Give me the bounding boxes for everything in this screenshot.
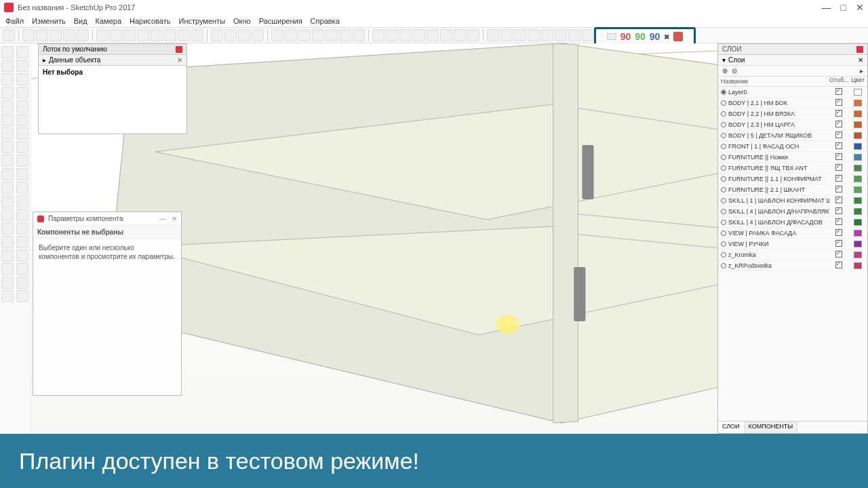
layers-section-close[interactable]: ✕ — [858, 56, 863, 64]
tool-icon[interactable] — [312, 29, 324, 41]
tool-icon[interactable] — [110, 29, 122, 41]
tool-icon[interactable] — [36, 29, 48, 41]
tool-icon[interactable] — [96, 29, 108, 41]
tool-arrow-icon[interactable] — [1, 46, 14, 58]
tool-icon[interactable] — [16, 290, 28, 302]
tool-icon[interactable] — [16, 249, 28, 262]
layer-row[interactable]: FURNITURE || Ножки — [718, 152, 867, 163]
layer-visible-checkbox[interactable] — [835, 99, 842, 106]
tool-icon[interactable] — [568, 29, 580, 41]
tool-rect-icon[interactable] — [1, 87, 14, 99]
layer-color-swatch[interactable] — [854, 121, 862, 128]
tool-icon[interactable] — [50, 29, 62, 41]
menu-view[interactable]: Вид — [74, 17, 87, 25]
layer-color-swatch[interactable] — [854, 208, 862, 215]
tool-icon[interactable] — [16, 155, 28, 167]
tool-icon[interactable] — [440, 29, 452, 41]
layer-color-swatch[interactable] — [854, 219, 862, 226]
layer-row[interactable]: BODY | 2.1 | НМ БОК — [718, 98, 867, 108]
layer-visible-checkbox[interactable] — [835, 131, 842, 138]
tool-icon[interactable] — [16, 87, 28, 99]
tab-components[interactable]: КОМПОНЕНТЫ — [745, 422, 798, 433]
tool-icon[interactable] — [137, 29, 149, 41]
layer-row[interactable]: SKILL | 1 | ШАБЛОН КОНФИРМАТ ШКАНТ — [718, 195, 867, 206]
layer-visible-checkbox[interactable] — [835, 207, 842, 214]
layer-color-swatch[interactable] — [854, 100, 862, 106]
tool-icon[interactable] — [1, 263, 14, 275]
tool-arc-icon[interactable] — [1, 114, 14, 126]
tool-icon[interactable] — [224, 29, 237, 41]
tool-icon[interactable] — [372, 29, 384, 41]
tool-icon[interactable] — [16, 100, 28, 113]
tool-icon[interactable] — [298, 29, 311, 41]
tool-circle-icon[interactable] — [1, 100, 14, 113]
layer-active-radio[interactable] — [721, 155, 726, 160]
layer-visible-checkbox[interactable] — [835, 164, 842, 171]
tool-icon[interactable] — [16, 127, 28, 140]
layer-color-swatch[interactable] — [854, 262, 862, 269]
tool-icon[interactable] — [1, 277, 14, 289]
tool-icon[interactable] — [16, 209, 28, 221]
layers-titlebar[interactable]: СЛОИ — [718, 44, 867, 55]
layer-visible-checkbox[interactable] — [835, 88, 842, 95]
component-params-panel[interactable]: Параметры компонента — ✕ Компоненты не в… — [33, 211, 182, 396]
layer-visible-checkbox[interactable] — [835, 186, 842, 192]
tool-icon[interactable] — [16, 236, 28, 248]
layer-color-swatch[interactable] — [854, 89, 862, 96]
window-maximize[interactable]: □ — [841, 2, 846, 13]
layer-row[interactable]: FURNITURE || 2.1 | ШКАНТ — [718, 184, 867, 195]
tool-icon[interactable] — [413, 29, 425, 41]
tool-icon[interactable] — [16, 277, 28, 289]
tool-icon[interactable] — [514, 29, 526, 41]
layer-active-radio[interactable] — [721, 252, 726, 258]
tool-icon[interactable] — [16, 222, 28, 235]
layer-active-radio[interactable] — [721, 263, 726, 268]
layer-active-radio[interactable] — [721, 165, 726, 171]
layer-active-radio[interactable] — [721, 111, 726, 117]
tool-icon[interactable] — [16, 168, 28, 180]
layer-row[interactable]: BODY | 5 | ДЕТАЛИ ЯЩИКОВ — [718, 130, 867, 141]
layer-color-swatch[interactable] — [854, 176, 862, 182]
tool-icon[interactable] — [77, 29, 89, 41]
layer-row[interactable]: FURNITURE || ЯЩ TBX ANT — [718, 163, 867, 174]
tool-icon[interactable] — [63, 29, 75, 41]
layer-active-radio[interactable] — [721, 220, 726, 225]
tool-icon[interactable] — [339, 29, 351, 41]
tool-icon[interactable] — [16, 114, 28, 126]
layer-visible-checkbox[interactable] — [835, 197, 842, 203]
tool-tape-icon[interactable] — [1, 182, 14, 194]
layer-active-radio[interactable] — [721, 230, 726, 236]
tray-section-close[interactable]: ✕ — [177, 56, 182, 64]
tool-icon[interactable] — [582, 29, 594, 41]
tool-icon[interactable] — [487, 29, 499, 41]
tool-line-icon[interactable] — [1, 73, 14, 85]
tool-icon[interactable] — [16, 73, 28, 85]
layer-visible-checkbox[interactable] — [835, 121, 842, 127]
menu-window[interactable]: Окно — [233, 17, 251, 25]
layer-row[interactable]: VIEW | РАМКА ФАСАДА — [718, 228, 867, 239]
plugin-tools-icon[interactable]: ✖ — [664, 33, 669, 41]
tool-icon[interactable] — [353, 29, 365, 41]
tab-layers[interactable]: СЛОИ — [718, 422, 745, 433]
panel-close[interactable]: ✕ — [172, 215, 177, 222]
layer-row[interactable]: SKILL | 4 | ШАБЛОН Д/НАПРАВЛЯЮЩИХ — [718, 206, 867, 217]
tool-icon[interactable] — [285, 29, 297, 41]
tool-icon[interactable] — [164, 29, 176, 41]
layer-visible-checkbox[interactable] — [835, 229, 842, 236]
layer-active-radio[interactable] — [721, 100, 726, 106]
plugin-cube-icon[interactable] — [673, 32, 683, 41]
tool-icon[interactable] — [454, 29, 466, 41]
layer-visible-checkbox[interactable] — [835, 218, 842, 225]
tool-icon[interactable] — [252, 29, 264, 41]
tool-icon[interactable] — [238, 29, 250, 41]
tool-rotate-icon[interactable] — [1, 155, 14, 167]
layer-visible-checkbox[interactable] — [835, 110, 842, 117]
tool-icon[interactable] — [427, 29, 439, 41]
layer-active-radio[interactable] — [721, 144, 726, 149]
layer-visible-checkbox[interactable] — [835, 251, 842, 258]
col-visible[interactable]: Отоб... — [829, 77, 848, 86]
component-titlebar[interactable]: Параметры компонента — ✕ — [33, 212, 181, 226]
layer-active-radio[interactable] — [721, 133, 726, 138]
layer-active-radio[interactable] — [721, 122, 726, 127]
layer-row[interactable]: BODY | 2.2 | НМ ВЯЗКА — [718, 108, 867, 119]
